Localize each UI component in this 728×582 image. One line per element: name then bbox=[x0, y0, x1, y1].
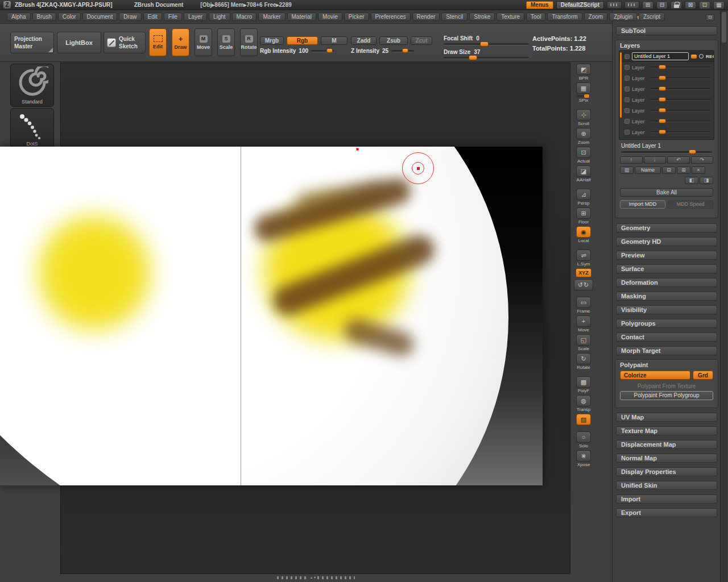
brush-picker[interactable]: Standard bbox=[10, 64, 54, 107]
palette-section-header[interactable]: UV Map bbox=[616, 413, 717, 422]
quick-sketch-button[interactable]: Quick Sketch bbox=[104, 32, 146, 53]
menus-button[interactable]: Menus bbox=[526, 1, 553, 9]
palette-section-header[interactable]: Display Properties bbox=[616, 467, 717, 476]
mode-button[interactable]: S Scale bbox=[217, 28, 235, 56]
menu-item[interactable]: Light bbox=[209, 13, 230, 21]
layer-visibility-icon[interactable] bbox=[624, 130, 630, 135]
menu-item[interactable]: Stencil bbox=[441, 13, 468, 21]
layer-row[interactable]: Layer bbox=[619, 84, 714, 94]
layer-intensity-slider[interactable] bbox=[650, 131, 710, 133]
canvas-tool-button[interactable]: ⊿ Persp bbox=[576, 189, 591, 206]
layer-intensity-main-slider[interactable] bbox=[621, 151, 712, 153]
slider-handle[interactable] bbox=[659, 130, 666, 134]
slider-handle[interactable] bbox=[659, 65, 666, 69]
palette-section-header[interactable]: Preview bbox=[616, 251, 717, 260]
layer-rename-button[interactable]: Name bbox=[635, 167, 661, 174]
layer-row[interactable]: Layer bbox=[619, 62, 714, 73]
menu-item[interactable]: Zplugin bbox=[609, 13, 637, 21]
slider-handle[interactable] bbox=[659, 119, 666, 123]
stroke-picker[interactable]: DotS bbox=[10, 108, 54, 149]
merge-layer-button[interactable]: ⊞ bbox=[677, 167, 690, 174]
mode-button[interactable]: R Rotate bbox=[240, 28, 258, 56]
canvas-tool-button[interactable]: XYZ bbox=[576, 268, 592, 277]
canvas-tool-button[interactable]: ◍ Transp bbox=[576, 395, 591, 412]
scroll-up-icon[interactable]: ▴ bbox=[311, 575, 312, 580]
store-document-icon[interactable]: ⊠ bbox=[685, 1, 696, 9]
palette-section-header[interactable]: Normal Map bbox=[616, 454, 717, 463]
duplicate-layer-button[interactable]: ⊟ bbox=[662, 167, 676, 174]
menu-item[interactable]: Tool bbox=[526, 13, 545, 21]
layer-redo-button[interactable]: ↷ bbox=[691, 156, 714, 164]
palette-section-header[interactable]: Import bbox=[616, 494, 717, 504]
canvas-tool-button[interactable]: ⊡ Actual bbox=[576, 147, 591, 164]
divider-left-icon[interactable]: ⊞ bbox=[642, 1, 653, 9]
menu-item[interactable]: Zscript bbox=[639, 13, 665, 21]
rgb-intensity-slider[interactable]: Rgb Intensity 100 bbox=[260, 48, 334, 54]
palette-section-header[interactable]: Displacement Map bbox=[616, 440, 717, 449]
palette-section-header[interactable]: Texture Map bbox=[616, 426, 717, 435]
menu-item[interactable]: Edit bbox=[143, 13, 162, 21]
canvas-tool-button[interactable]: ○ Solo bbox=[576, 431, 591, 448]
palette-section-header[interactable]: Morph Target bbox=[616, 346, 717, 355]
layer-slider-handle[interactable] bbox=[691, 55, 697, 59]
layer-row[interactable]: Layer bbox=[619, 73, 714, 84]
slider-handle[interactable] bbox=[326, 48, 333, 53]
canvas-tool-button[interactable]: ◉ Local bbox=[576, 226, 591, 243]
palette-section-header[interactable]: Deformation bbox=[616, 278, 717, 287]
slider-handle[interactable] bbox=[659, 86, 666, 91]
polypaint-from-texture-button[interactable]: Polypaint From Texture bbox=[620, 382, 713, 390]
palette-section-header[interactable]: Visibility bbox=[616, 305, 717, 314]
projection-master-button[interactable]: Projection Master bbox=[10, 32, 54, 53]
menu-item[interactable]: Preferences bbox=[371, 13, 411, 21]
palette-section-header[interactable]: Contact bbox=[616, 332, 717, 342]
layer-visibility-icon[interactable] bbox=[624, 65, 630, 70]
canvas-tool-button[interactable]: ↺↻ bbox=[574, 279, 593, 290]
layer-row[interactable]: Layer bbox=[619, 116, 714, 127]
layer-visibility-icon[interactable] bbox=[624, 76, 630, 81]
layer-intensity-slider[interactable] bbox=[650, 120, 710, 122]
paint-toggle-button[interactable]: Mrgb bbox=[260, 36, 284, 45]
menu-item[interactable]: Stroke bbox=[469, 13, 495, 21]
canvas-tool-button[interactable]: ▭ Frame bbox=[576, 297, 591, 314]
slider-handle[interactable] bbox=[402, 48, 408, 53]
mode-button[interactable]: Edit bbox=[149, 28, 167, 56]
layer-intensity-slider[interactable] bbox=[650, 66, 710, 68]
restore-document-icon[interactable]: ⊡ bbox=[699, 1, 710, 9]
palette-section-header[interactable]: Polygroups bbox=[616, 319, 717, 328]
menu-item[interactable]: Marker bbox=[258, 13, 285, 21]
slider-handle[interactable] bbox=[689, 149, 696, 154]
canvas-tool-button[interactable]: ⊞ Floor bbox=[576, 207, 591, 225]
slider-handle[interactable] bbox=[659, 76, 666, 80]
canvas-tool-button[interactable]: ▨ bbox=[576, 414, 591, 425]
canvas-tool-button[interactable]: ⇌ L.Sym bbox=[576, 250, 591, 267]
record-mode-icon[interactable] bbox=[699, 54, 704, 59]
menu-item[interactable]: Color bbox=[58, 13, 81, 21]
layer-visibility-icon[interactable] bbox=[624, 119, 630, 124]
colorize-button[interactable]: Colorize bbox=[620, 371, 690, 380]
menu-item[interactable]: Document bbox=[82, 13, 118, 21]
canvas-tool-button[interactable]: ◩ BPR bbox=[576, 64, 591, 81]
layers-list-scrollbar[interactable] bbox=[620, 52, 622, 118]
titlebar-slider-1[interactable] bbox=[607, 1, 622, 9]
polypaint-from-polygroup-button[interactable]: Polypaint From Polygroup bbox=[620, 391, 713, 400]
palette-section-header[interactable]: Masking bbox=[616, 292, 717, 301]
tray-scrollbar[interactable] bbox=[720, 10, 727, 582]
palette-section-header[interactable]: Export bbox=[616, 508, 717, 517]
palette-section-header[interactable]: Geometry HD bbox=[616, 237, 717, 246]
polypaint-panel-header[interactable]: Polypaint bbox=[615, 360, 718, 369]
document-view-left[interactable] bbox=[0, 147, 241, 485]
menu-item[interactable]: File bbox=[164, 13, 182, 21]
new-layer-button[interactable]: ▥ bbox=[620, 167, 634, 174]
layer-row[interactable]: Layer bbox=[619, 105, 714, 116]
delete-layer-button[interactable]: × bbox=[692, 167, 705, 174]
canvas-tool-button[interactable]: ◪ AAHalf bbox=[576, 165, 591, 182]
canvas-tool-button[interactable]: + Move bbox=[576, 315, 591, 332]
slider-handle[interactable] bbox=[659, 97, 666, 102]
grd-button[interactable]: Grd bbox=[693, 371, 713, 380]
layer-intensity-slider[interactable] bbox=[650, 88, 710, 90]
tray-scrollbar-thumb[interactable] bbox=[722, 12, 726, 43]
canvas-tool-button[interactable]: ↻ Rotate bbox=[576, 353, 591, 370]
layer-row-active[interactable]: Untitled Layer 1 REC bbox=[619, 51, 714, 62]
palette-section-header[interactable]: Geometry bbox=[616, 223, 717, 232]
slider-handle[interactable] bbox=[659, 108, 666, 113]
